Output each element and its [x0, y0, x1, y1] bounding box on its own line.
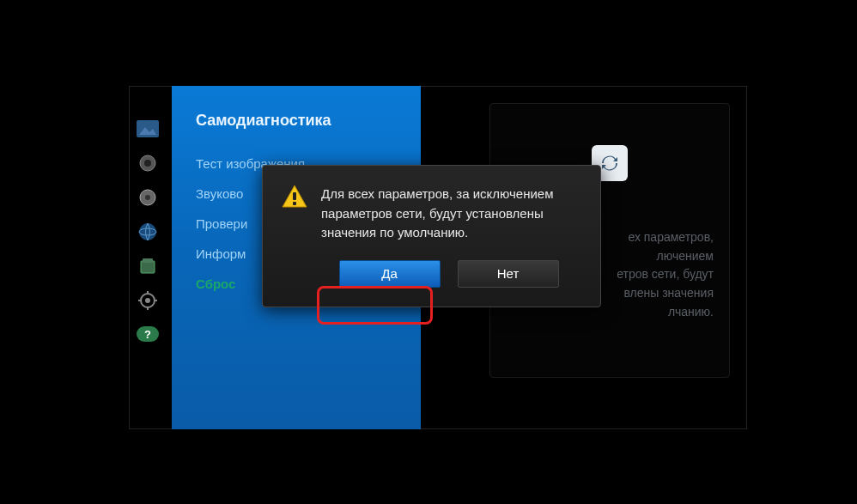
network-icon[interactable]: [136, 222, 160, 242]
svg-rect-15: [154, 300, 157, 301]
svg-point-6: [139, 223, 156, 240]
support-icon[interactable]: ?: [136, 325, 160, 345]
sound-icon[interactable]: [136, 153, 160, 173]
yes-button[interactable]: Да: [339, 260, 441, 288]
panel-title: Самодиагностика: [196, 112, 405, 130]
svg-text:?: ?: [144, 328, 151, 341]
system-icon[interactable]: [136, 256, 160, 276]
svg-rect-19: [293, 192, 296, 200]
warning-icon: [282, 185, 307, 243]
dialog-message: Для всех параметров, за исключением пара…: [321, 185, 581, 243]
svg-rect-8: [141, 261, 155, 273]
channel-icon[interactable]: [136, 187, 160, 208]
svg-point-3: [144, 160, 151, 167]
svg-rect-14: [138, 300, 142, 301]
svg-point-5: [145, 195, 150, 200]
svg-rect-13: [147, 307, 149, 310]
picture-icon[interactable]: [136, 118, 160, 139]
sidebar: ?: [136, 118, 160, 345]
dialog-buttons: Да Нет: [282, 260, 581, 288]
settings-icon[interactable]: [136, 290, 160, 311]
svg-rect-20: [293, 202, 296, 205]
svg-rect-12: [147, 291, 149, 295]
svg-point-11: [145, 298, 150, 303]
confirmation-dialog: Для всех параметров, за исключением пара…: [262, 165, 601, 307]
no-button[interactable]: Нет: [458, 260, 559, 288]
svg-rect-9: [143, 258, 153, 263]
